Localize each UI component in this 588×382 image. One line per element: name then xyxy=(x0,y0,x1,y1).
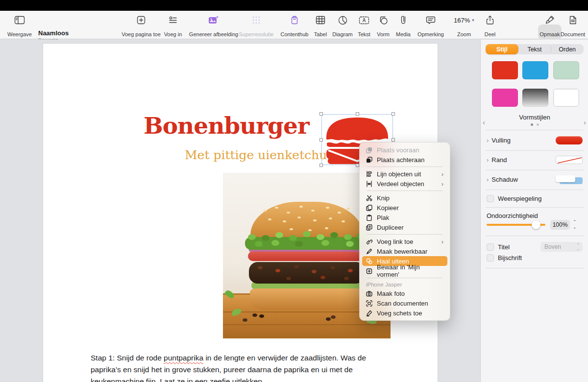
style-swatch-red[interactable] xyxy=(492,61,518,79)
menu-item-voeg-link-toe[interactable]: Voeg link toe › xyxy=(362,237,447,246)
fill-row[interactable]: › Vulling xyxy=(481,133,588,147)
bean-patty xyxy=(249,262,365,284)
insert-label: Voeg in xyxy=(164,31,182,37)
tab-tekst[interactable]: Tekst xyxy=(518,44,551,54)
style-swatch-white[interactable] xyxy=(553,89,579,107)
disclosure-chevron-icon[interactable]: › xyxy=(487,156,489,164)
insert-button[interactable]: Voeg in xyxy=(157,14,189,37)
title-row[interactable]: Titel Boven ⌃⌃ xyxy=(481,241,588,252)
generate-image-icon xyxy=(208,14,219,26)
share-button[interactable]: Deel xyxy=(479,14,501,37)
menu-separator xyxy=(367,234,442,235)
title-checkbox[interactable] xyxy=(487,243,494,251)
menu-item-knip[interactable]: Knip xyxy=(362,193,447,203)
menu-item-maak-foto[interactable]: Maak foto xyxy=(362,288,447,298)
style-swatch-mint[interactable] xyxy=(553,61,579,79)
zoom-label: Zoom xyxy=(457,31,471,37)
menu-label: Plak xyxy=(377,214,389,221)
media-button[interactable]: Media xyxy=(392,14,415,37)
table-icon xyxy=(316,14,325,26)
submenu-chevron-icon: › xyxy=(441,238,443,245)
comment-icon xyxy=(426,14,436,26)
recipe-title-text[interactable]: Bonenburger xyxy=(144,112,309,139)
title-position-dropdown[interactable]: Boven ⌃⌃ xyxy=(540,242,583,252)
chevron-down-icon: ▾ xyxy=(472,18,474,23)
reflection-checkbox[interactable] xyxy=(487,195,494,202)
zoom-control[interactable]: 167%▾ Zoom xyxy=(448,14,480,37)
caption-row[interactable]: Bijschrift xyxy=(481,252,588,263)
reflection-row[interactable]: Weerspiegeling xyxy=(481,192,588,204)
menu-item-plaats-achteraan[interactable]: Plaats achteraan xyxy=(362,155,447,165)
opacity-label: Ondoorzichtigheid xyxy=(487,212,538,219)
disclosure-chevron-icon[interactable]: › xyxy=(487,137,489,144)
menu-label: Maak foto xyxy=(377,290,405,297)
text-icon: A xyxy=(359,14,369,26)
menu-item-voeg-schets-toe[interactable]: Voeg schets toe xyxy=(362,308,447,318)
submenu-chevron-icon: › xyxy=(441,180,443,188)
send-back-icon xyxy=(366,157,373,163)
stepper-up-icon[interactable]: ⌃ xyxy=(573,219,577,224)
menu-separator xyxy=(367,191,442,191)
resize-handle-s[interactable] xyxy=(356,164,359,167)
menu-label: Bewaar in 'Mijn vormen' xyxy=(377,263,443,278)
recipe-step-paragraph[interactable]: Stap 1: Snijd de rode puntpaprika in de … xyxy=(91,352,392,382)
stepper-down-icon[interactable]: ⌃ xyxy=(573,224,577,229)
zoom-value: 167% xyxy=(454,17,470,24)
shapes-label: Vorm xyxy=(377,31,390,37)
menu-item-verdeel-objecten[interactable]: Verdeel objecten › xyxy=(362,179,447,189)
table-label: Tabel xyxy=(314,31,327,37)
menu-item-maak-bewerkbaar[interactable]: Maak bewerkbaar xyxy=(362,246,447,256)
view-button[interactable]: Weergave xyxy=(6,14,33,37)
divider xyxy=(486,207,584,208)
tab-orden[interactable]: Orden xyxy=(551,44,584,54)
toolbar: Weergave Naamloos Bewerkt Voeg pagina to… xyxy=(0,11,588,39)
menu-item-lijn-objecten-uit[interactable]: Lijn objecten uit › xyxy=(362,169,447,179)
shapes-button[interactable]: Vorm xyxy=(372,14,394,37)
menu-item-bewaar-in-mijn-vormen[interactable]: Bewaar in 'Mijn vormen' xyxy=(362,266,447,276)
border-row[interactable]: › Rand xyxy=(481,152,588,167)
menu-item-kopieer[interactable]: Kopieer xyxy=(362,203,447,213)
menu-item-scan-documenten[interactable]: Scan documenten xyxy=(362,298,447,308)
format-inspector: Stijl Tekst Orden ‹ › Vormstijlen › Vull… xyxy=(480,40,588,382)
microgreens xyxy=(245,237,368,250)
swatch-page-dots[interactable] xyxy=(481,123,588,126)
shadow-style-well[interactable] xyxy=(556,175,583,184)
break-apart-icon xyxy=(366,258,373,264)
disclosure-chevron-icon[interactable]: › xyxy=(487,176,489,183)
style-swatch-pink[interactable] xyxy=(492,89,518,107)
opacity-stepper[interactable]: ⌃⌃ xyxy=(573,219,577,229)
recipe-subtitle-text[interactable]: Met pittige uienketchup xyxy=(185,148,335,162)
fill-color-well[interactable] xyxy=(556,136,583,144)
style-swatch-blue[interactable] xyxy=(522,61,548,79)
resize-handle-ne[interactable] xyxy=(392,112,395,116)
caption-checkbox[interactable] xyxy=(487,254,494,262)
media-icon xyxy=(400,14,407,26)
menu-label: Lijn objecten uit xyxy=(377,170,421,178)
border-style-well[interactable] xyxy=(556,156,583,164)
resize-handle-nw[interactable] xyxy=(319,112,323,116)
comment-button[interactable]: Opmerking xyxy=(415,14,447,37)
menu-item-plak[interactable]: Plak xyxy=(362,213,447,222)
resize-handle-sw[interactable] xyxy=(319,164,323,167)
save-shape-icon xyxy=(366,268,373,274)
copy-icon xyxy=(366,205,373,211)
menu-item-dupliceer[interactable]: Dupliceer xyxy=(362,222,447,232)
shadow-label: Schaduw xyxy=(491,176,517,183)
sidebar-icon xyxy=(14,14,25,26)
title-position-value: Boven xyxy=(544,243,561,250)
resize-handle-n[interactable] xyxy=(356,112,359,116)
shapes-icon xyxy=(378,14,388,26)
resize-handle-w[interactable] xyxy=(319,138,323,142)
opacity-slider-knob[interactable] xyxy=(532,220,540,229)
resize-handle-e[interactable] xyxy=(392,138,395,142)
bottom-bun xyxy=(250,288,364,310)
divider xyxy=(486,190,584,190)
burger-stack xyxy=(249,202,364,310)
document-button[interactable]: Document xyxy=(558,14,588,37)
tab-stijl[interactable]: Stijl xyxy=(486,44,518,54)
add-page-label: Voeg pagina toe xyxy=(122,31,161,37)
shadow-row[interactable]: › Schaduw xyxy=(481,172,588,187)
divider xyxy=(486,170,584,170)
style-swatch-gradient[interactable] xyxy=(522,89,548,107)
tomato-slice xyxy=(248,251,366,261)
